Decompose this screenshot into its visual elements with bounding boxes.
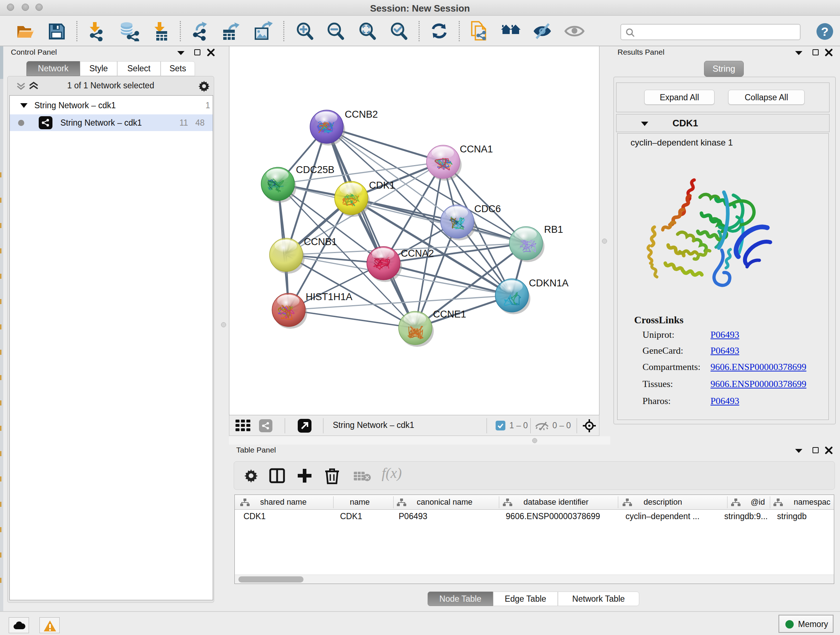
svg-text:CDC25B: CDC25B	[296, 165, 335, 175]
svg-text:CDC6: CDC6	[474, 203, 501, 214]
svg-text:RB1: RB1	[544, 224, 563, 235]
svg-text:CCNA2: CCNA2	[401, 248, 434, 259]
svg-text:HIST1H1A: HIST1H1A	[306, 291, 352, 302]
svg-text:CCNB1: CCNB1	[304, 236, 337, 247]
svg-text:CCNB2: CCNB2	[345, 109, 378, 120]
svg-text:CCNA1: CCNA1	[460, 144, 493, 155]
svg-text:CDKN1A: CDKN1A	[529, 278, 569, 288]
svg-text:CDK1: CDK1	[369, 180, 395, 191]
svg-text:CCNE1: CCNE1	[433, 309, 466, 320]
